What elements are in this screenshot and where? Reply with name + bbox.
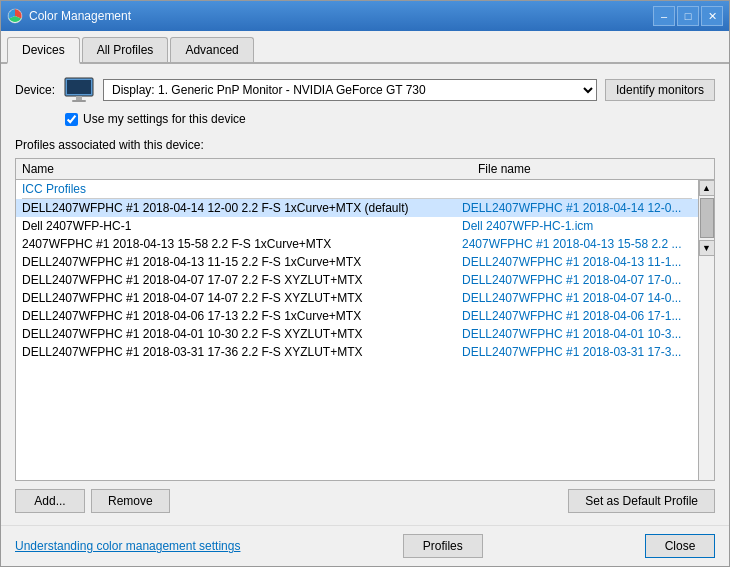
maximize-button[interactable]: □ (677, 6, 699, 26)
profiles-table-container: Name File name ICC Profiles DELL2407WFPH… (15, 158, 715, 481)
row-filename: DELL2407WFPHC #1 2018-04-07 14-0... (462, 291, 692, 305)
table-row[interactable]: Dell 2407WFP-HC-1Dell 2407WFP-HC-1.icm (16, 217, 698, 235)
profiles-section-label: Profiles associated with this device: (15, 138, 715, 152)
footer: Understanding color management settings … (1, 525, 729, 566)
remove-button[interactable]: Remove (91, 489, 170, 513)
device-select-wrapper: Display: 1. Generic PnP Monitor - NVIDIA… (103, 79, 597, 101)
use-my-settings-checkbox[interactable] (65, 113, 78, 126)
row-name: DELL2407WFPHC #1 2018-04-07 17-07 2.2 F-… (22, 273, 462, 287)
row-filename: DELL2407WFPHC #1 2018-04-14 12-0... (462, 201, 692, 215)
window-close-button[interactable]: ✕ (701, 6, 723, 26)
col-name-header: Name (22, 162, 478, 176)
scrollbar-track: ▲ ▼ (698, 180, 714, 480)
checkbox-row: Use my settings for this device (65, 112, 715, 126)
bottom-buttons: Add... Remove Set as Default Profile (15, 489, 715, 513)
row-name: DELL2407WFPHC #1 2018-03-31 17-36 2.2 F-… (22, 345, 462, 359)
scroll-thumb[interactable] (700, 198, 714, 238)
table-row[interactable]: DELL2407WFPHC #1 2018-04-01 10-30 2.2 F-… (16, 325, 698, 343)
table-header: Name File name (16, 159, 714, 180)
table-row[interactable]: DELL2407WFPHC #1 2018-04-07 14-07 2.2 F-… (16, 289, 698, 307)
device-row: Device: Display: 1. Generic PnP Monitor … (15, 76, 715, 104)
col-filename-header: File name (478, 162, 708, 176)
svg-rect-2 (67, 80, 91, 94)
table-row[interactable]: DELL2407WFPHC #1 2018-04-06 17-13 2.2 F-… (16, 307, 698, 325)
table-row[interactable]: DELL2407WFPHC #1 2018-04-13 11-15 2.2 F-… (16, 253, 698, 271)
table-row[interactable]: 2407WFPHC #1 2018-04-13 15-58 2.2 F-S 1x… (16, 235, 698, 253)
row-name: DELL2407WFPHC #1 2018-04-07 14-07 2.2 F-… (22, 291, 462, 305)
color-management-icon (7, 8, 23, 24)
row-name: 2407WFPHC #1 2018-04-13 15-58 2.2 F-S 1x… (22, 237, 462, 251)
row-name: DELL2407WFPHC #1 2018-04-14 12-00 2.2 F-… (22, 201, 462, 215)
title-bar: Color Management – □ ✕ (1, 1, 729, 31)
bottom-left-buttons: Add... Remove (15, 489, 170, 513)
window-title: Color Management (29, 9, 653, 23)
use-my-settings-label: Use my settings for this device (83, 112, 246, 126)
help-link[interactable]: Understanding color management settings (15, 539, 240, 553)
table-with-scroll: ICC Profiles DELL2407WFPHC #1 2018-04-14… (16, 180, 714, 480)
monitor-icon (63, 76, 95, 104)
device-select[interactable]: Display: 1. Generic PnP Monitor - NVIDIA… (103, 79, 597, 101)
tab-bar: Devices All Profiles Advanced (1, 31, 729, 64)
table-rows: DELL2407WFPHC #1 2018-04-14 12-00 2.2 F-… (16, 199, 698, 361)
row-filename: 2407WFPHC #1 2018-04-13 15-58 2.2 ... (462, 237, 692, 251)
icc-profiles-header: ICC Profiles (16, 180, 698, 198)
minimize-button[interactable]: – (653, 6, 675, 26)
row-filename: DELL2407WFPHC #1 2018-04-06 17-1... (462, 309, 692, 323)
color-management-window: Color Management – □ ✕ Devices All Profi… (0, 0, 730, 567)
set-default-button[interactable]: Set as Default Profile (568, 489, 715, 513)
table-row[interactable]: DELL2407WFPHC #1 2018-04-14 12-00 2.2 F-… (16, 199, 698, 217)
row-filename: DELL2407WFPHC #1 2018-04-07 17-0... (462, 273, 692, 287)
tab-devices[interactable]: Devices (7, 37, 80, 64)
row-name: Dell 2407WFP-HC-1 (22, 219, 462, 233)
tab-all-profiles[interactable]: All Profiles (82, 37, 169, 62)
row-name: DELL2407WFPHC #1 2018-04-06 17-13 2.2 F-… (22, 309, 462, 323)
close-button[interactable]: Close (645, 534, 715, 558)
svg-rect-4 (72, 100, 86, 102)
scroll-up-button[interactable]: ▲ (699, 180, 715, 196)
row-filename: Dell 2407WFP-HC-1.icm (462, 219, 692, 233)
row-name: DELL2407WFPHC #1 2018-04-01 10-30 2.2 F-… (22, 327, 462, 341)
row-name: DELL2407WFPHC #1 2018-04-13 11-15 2.2 F-… (22, 255, 462, 269)
content-area: Device: Display: 1. Generic PnP Monitor … (1, 64, 729, 525)
scroll-down-button[interactable]: ▼ (699, 240, 715, 256)
tab-advanced[interactable]: Advanced (170, 37, 253, 62)
row-filename: DELL2407WFPHC #1 2018-04-13 11-1... (462, 255, 692, 269)
table-row[interactable]: DELL2407WFPHC #1 2018-04-07 17-07 2.2 F-… (16, 271, 698, 289)
add-button[interactable]: Add... (15, 489, 85, 513)
row-filename: DELL2407WFPHC #1 2018-04-01 10-3... (462, 327, 692, 341)
identify-monitors-button[interactable]: Identify monitors (605, 79, 715, 101)
title-bar-controls: – □ ✕ (653, 6, 723, 26)
svg-rect-3 (76, 96, 82, 100)
device-label: Device: (15, 83, 55, 97)
table-body: ICC Profiles DELL2407WFPHC #1 2018-04-14… (16, 180, 698, 480)
table-row[interactable]: DELL2407WFPHC #1 2018-03-31 17-36 2.2 F-… (16, 343, 698, 361)
profiles-button[interactable]: Profiles (403, 534, 483, 558)
row-filename: DELL2407WFPHC #1 2018-03-31 17-3... (462, 345, 692, 359)
